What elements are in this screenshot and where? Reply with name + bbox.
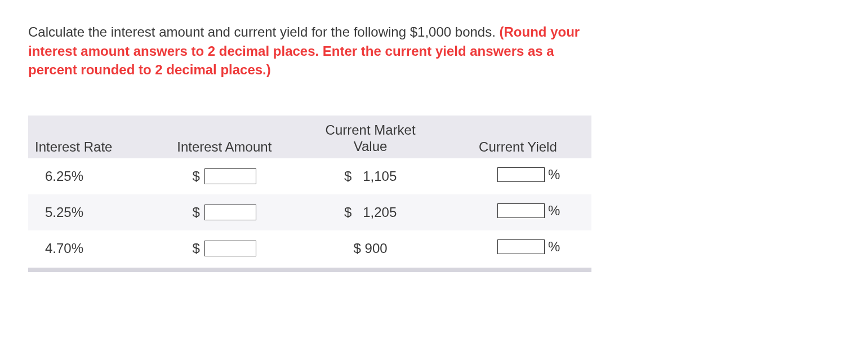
cell-market: $ 1,205 — [296, 194, 444, 230]
header-market: Current MarketValue — [296, 116, 444, 158]
cell-yield: % — [444, 158, 591, 194]
current-yield-input[interactable] — [497, 239, 545, 254]
cell-rate: 6.25% — [28, 158, 152, 194]
cell-market: $ 1,105 — [296, 158, 444, 194]
header-rate: Interest Rate — [28, 116, 152, 158]
dollar-sign: $ — [193, 168, 200, 184]
cell-amount: $ — [152, 158, 296, 194]
percent-sign: % — [548, 203, 560, 219]
market-value: $ 900 — [354, 241, 388, 256]
dollar-sign: $ — [344, 205, 351, 220]
cell-yield: % — [444, 194, 591, 230]
table-scrollbar[interactable] — [28, 268, 591, 272]
cell-market: $ 900 — [296, 230, 444, 267]
cell-rate: 5.25% — [28, 194, 152, 230]
cell-amount: $ — [152, 194, 296, 230]
header-yield: Current Yield — [444, 116, 591, 158]
cell-yield: % — [444, 230, 591, 267]
percent-sign: % — [548, 167, 560, 183]
table-header-row: Interest Rate Interest Amount Current Ma… — [28, 116, 591, 158]
prompt-lead: Calculate the interest amount and curren… — [28, 24, 500, 39]
interest-amount-input[interactable] — [204, 205, 256, 220]
current-yield-input[interactable] — [497, 167, 545, 182]
dollar-sign: $ — [193, 205, 200, 220]
interest-amount-input[interactable] — [204, 241, 256, 256]
dollar-sign: $ — [193, 241, 200, 256]
question-prompt: Calculate the interest amount and curren… — [28, 23, 591, 79]
current-yield-input[interactable] — [497, 203, 545, 218]
table-row: 4.70% $ $ 900 % — [28, 230, 591, 267]
dollar-sign: $ — [344, 168, 351, 184]
header-amount: Interest Amount — [152, 116, 296, 158]
cell-rate: 4.70% — [28, 230, 152, 267]
interest-amount-input[interactable] — [204, 168, 256, 184]
bonds-table: Interest Rate Interest Amount Current Ma… — [28, 116, 591, 267]
market-value: 1,105 — [363, 168, 397, 184]
cell-amount: $ — [152, 230, 296, 267]
percent-sign: % — [548, 239, 560, 255]
table-row: 6.25% $ $ 1,105 % — [28, 158, 591, 194]
table-row: 5.25% $ $ 1,205 % — [28, 194, 591, 230]
market-value: 1,205 — [363, 205, 397, 220]
